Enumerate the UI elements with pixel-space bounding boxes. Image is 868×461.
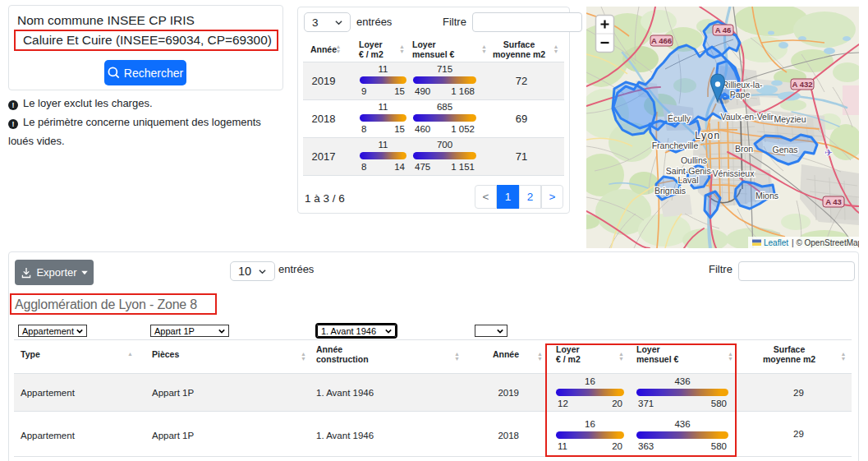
svg-text:Oullins: Oullins (681, 155, 707, 165)
svg-text:A 432: A 432 (792, 80, 813, 89)
svg-text:Vénissieux: Vénissieux (713, 168, 755, 178)
svg-text:Écully: Écully (668, 113, 691, 123)
svg-text:Genas: Genas (773, 145, 798, 154)
svg-text:Brignais: Brignais (654, 186, 686, 196)
svg-text:Bron: Bron (735, 144, 753, 154)
svg-text:Rillieux-la-: Rillieux-la- (722, 80, 763, 90)
svg-text:| © OpenStreetMap: | © OpenStreetMap (792, 238, 859, 247)
svg-text:Lyon: Lyon (695, 130, 721, 141)
svg-text:A 466: A 466 (651, 36, 672, 45)
svg-text:Pape: Pape (730, 90, 751, 99)
svg-text:Laval: Laval (677, 175, 698, 185)
svg-text:Mions: Mions (755, 191, 778, 201)
svg-text:Francheville: Francheville (652, 141, 699, 150)
svg-text:A 43: A 43 (825, 197, 842, 206)
svg-text:Leaflet: Leaflet (764, 238, 788, 247)
svg-text:Meyzieu: Meyzieu (774, 114, 806, 124)
svg-text:A 46: A 46 (715, 25, 732, 35)
svg-text:Vaulx-en-Velin: Vaulx-en-Velin (721, 112, 776, 122)
svg-text:✈: ✈ (824, 147, 833, 159)
